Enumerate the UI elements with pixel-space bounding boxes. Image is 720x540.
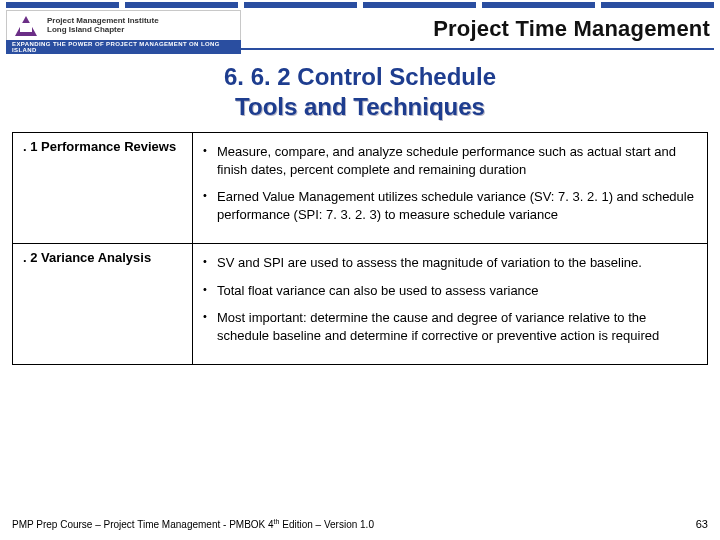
bullet: SV and SPI are used to assess the magnit…	[203, 254, 697, 272]
accent-seg	[6, 2, 119, 8]
row-label: . 2 Variance Analysis	[13, 244, 193, 365]
bullet: Measure, compare, and analyze schedule p…	[203, 143, 697, 178]
bullet: Earned Value Management utilizes schedul…	[203, 188, 697, 223]
page-title: Project Time Management	[433, 16, 710, 42]
table-row: . 1 Performance Reviews Measure, compare…	[13, 133, 708, 244]
top-accent-bars	[0, 0, 720, 10]
logo-tagline: EXPANDING THE POWER OF PROJECT MANAGEMEN…	[6, 40, 241, 54]
bullet-list: Measure, compare, and analyze schedule p…	[203, 143, 697, 223]
logo-line2: Long Island Chapter	[47, 26, 159, 35]
footer-prefix: PMP Prep Course – Project Time Managemen…	[12, 519, 274, 530]
bullet: Most important: determine the cause and …	[203, 309, 697, 344]
footer-text: PMP Prep Course – Project Time Managemen…	[12, 518, 374, 530]
row-label: . 1 Performance Reviews	[13, 133, 193, 244]
accent-seg	[244, 2, 357, 8]
page-number: 63	[696, 518, 708, 530]
row-content: Measure, compare, and analyze schedule p…	[193, 133, 708, 244]
pmi-triangle-icon	[15, 16, 37, 36]
logo-top: Project Management Institute Long Island…	[6, 10, 241, 40]
logo-text: Project Management Institute Long Island…	[47, 17, 159, 35]
accent-seg	[482, 2, 595, 8]
bullet-list: SV and SPI are used to assess the magnit…	[203, 254, 697, 344]
bullet: Total float variance can also be used to…	[203, 282, 697, 300]
pmi-logo: Project Management Institute Long Island…	[6, 10, 241, 56]
section-heading: 6. 6. 2 Control Schedule Tools and Techn…	[0, 62, 720, 122]
accent-seg	[601, 2, 714, 8]
footer-suffix: Edition – Version 1.0	[279, 519, 374, 530]
row-content: SV and SPI are used to assess the magnit…	[193, 244, 708, 365]
accent-seg	[363, 2, 476, 8]
section-number: 6. 6. 2 Control Schedule	[0, 62, 720, 92]
accent-seg	[125, 2, 238, 8]
content-table: . 1 Performance Reviews Measure, compare…	[12, 132, 708, 365]
slide: Project Time Management Project Manageme…	[0, 0, 720, 540]
table-row: . 2 Variance Analysis SV and SPI are use…	[13, 244, 708, 365]
section-subtitle: Tools and Techniques	[0, 92, 720, 122]
footer: PMP Prep Course – Project Time Managemen…	[12, 518, 708, 530]
